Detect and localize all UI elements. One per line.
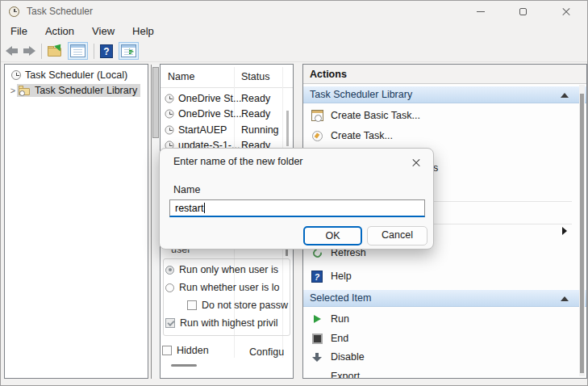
tree-panel-scrollbar-thumb[interactable] [152, 67, 159, 138]
action-end[interactable]: End [303, 329, 348, 347]
create-task-icon [312, 131, 323, 141]
menu-file[interactable]: File [2, 23, 36, 40]
close-icon [411, 157, 421, 167]
task-scheduler-window: Task Scheduler File Action View Help Tas… [0, 0, 588, 386]
show-hide-action-pane-button[interactable] [119, 42, 139, 60]
help-icon [311, 271, 323, 283]
toolbar-separator [94, 44, 94, 59]
actions-scrollbar-thumb[interactable] [580, 94, 584, 373]
task-rows: OneDrive St... Ready OneDrive St... Read… [161, 90, 293, 153]
titlebar: Task Scheduler [1, 1, 587, 22]
checkbox-run-highest-privileges[interactable]: Run with highest privil [165, 317, 278, 329]
action-export[interactable]: Export... [303, 367, 369, 379]
actions-scrollbar[interactable] [579, 85, 585, 376]
checkbox-icon [162, 346, 172, 355]
checkbox-label: Do not store passw [202, 300, 288, 311]
tree-item-label: Task Scheduler (Local) [25, 69, 127, 81]
checkbox-checked-icon [165, 318, 175, 328]
expander-chevron-icon[interactable]: > [9, 86, 17, 95]
actions-title: Actions [310, 69, 347, 80]
forward-icon-stem [23, 48, 29, 53]
radio-run-only-logged-on[interactable]: Run only when user is [165, 264, 278, 275]
close-icon [561, 6, 571, 16]
table-row[interactable]: OneDrive St... Ready [161, 107, 293, 123]
action-label: Create Task... [331, 130, 393, 141]
task-clock-icon [165, 94, 173, 103]
close-button[interactable] [544, 1, 587, 22]
table-row[interactable]: StartAUEP Running [161, 122, 293, 138]
minimize-icon [477, 11, 485, 12]
task-clock-icon [165, 125, 173, 134]
action-help[interactable]: Help [303, 267, 352, 285]
window-controls [459, 1, 587, 22]
back-icon [6, 46, 12, 56]
checkbox-label: Hidden [177, 345, 209, 356]
menu-view[interactable]: View [83, 23, 123, 40]
horizontal-scrollbar-thumb[interactable] [171, 364, 197, 367]
action-pane-icon [121, 44, 136, 57]
collapse-arrow-icon[interactable] [561, 296, 569, 301]
task-status: Ready [241, 108, 270, 120]
run-play-icon [314, 315, 321, 323]
collapse-arrow-icon[interactable] [561, 93, 569, 98]
back-button[interactable] [6, 46, 18, 56]
menu-action[interactable]: Action [36, 23, 83, 40]
task-status: Ready [241, 93, 270, 104]
task-properties-pane: user Run only when user is Run whether u… [161, 241, 293, 378]
action-run[interactable]: Run [303, 310, 349, 328]
name-label: Name [173, 184, 200, 195]
toolbar [1, 40, 587, 62]
column-header-name[interactable]: Name [168, 71, 194, 82]
show-console-tree-button[interactable] [48, 45, 62, 57]
action-label: Disable [331, 351, 365, 363]
minimize-button[interactable] [459, 1, 502, 22]
action-create-task[interactable]: Create Task... [303, 127, 393, 145]
task-status: Running [241, 124, 279, 136]
window-title: Task Scheduler [27, 6, 93, 17]
action-label: Help [331, 271, 352, 282]
menubar: File Action View Help [1, 22, 587, 40]
console-pane-icon [70, 44, 85, 57]
checkbox-do-not-store-password[interactable]: Do not store passw [187, 300, 288, 311]
task-clock-icon [165, 110, 173, 119]
dialog-close-button[interactable] [409, 155, 423, 170]
tree-item-task-scheduler-library[interactable]: > Task Scheduler Library [5, 83, 148, 98]
checkbox-hidden[interactable]: Hidden [162, 345, 209, 356]
tree-item-task-scheduler-local[interactable]: Task Scheduler (Local) [5, 68, 148, 82]
radio-icon [165, 283, 174, 292]
menu-help[interactable]: Help [123, 23, 163, 40]
show-hide-console-tree-button[interactable] [68, 42, 88, 60]
checkbox-icon [187, 300, 197, 310]
list-scrollbar-thumb[interactable] [286, 111, 289, 146]
radio-label: Run only when user is [179, 264, 278, 275]
folder-name-input[interactable]: restart [169, 199, 425, 217]
radio-run-whether-logged[interactable]: Run whether user is lo [165, 282, 279, 293]
text-caret [204, 203, 205, 213]
console-tree-panel: Task Scheduler (Local) > Task Scheduler … [4, 64, 148, 379]
dialog-title: Enter name of the new folder [173, 156, 303, 167]
forward-button[interactable] [23, 46, 35, 56]
action-label: Run [331, 313, 349, 325]
tree-item-label: Task Scheduler Library [35, 85, 137, 96]
task-list-header: Name Status [161, 65, 293, 88]
back-icon-stem [12, 48, 18, 53]
group-header-selected-item[interactable]: Selected Item [303, 289, 586, 307]
group-header-task-scheduler-library[interactable]: Task Scheduler Library [303, 86, 586, 103]
maximize-button[interactable] [502, 1, 544, 22]
help-toolbar-button[interactable] [100, 44, 113, 58]
cancel-button[interactable]: Cancel [367, 226, 427, 245]
column-header-status[interactable]: Status [241, 71, 269, 82]
new-folder-dialog: Enter name of the new folder Name restar… [159, 148, 434, 250]
action-create-basic-task[interactable]: Create Basic Task... [303, 107, 420, 124]
table-row[interactable]: OneDrive St... Ready [161, 90, 293, 107]
forward-icon [29, 46, 35, 56]
disable-down-arrow-icon [312, 353, 322, 362]
action-label: End [331, 333, 348, 344]
radio-label: Run whether user is lo [179, 282, 279, 293]
configure-for-fragment: Configu [249, 346, 284, 358]
submenu-arrow-icon[interactable] [562, 227, 567, 235]
action-disable[interactable]: Disable [303, 348, 365, 366]
ok-button[interactable]: OK [303, 226, 362, 245]
action-label: Create Basic Task... [331, 110, 420, 121]
radio-icon [165, 266, 174, 275]
